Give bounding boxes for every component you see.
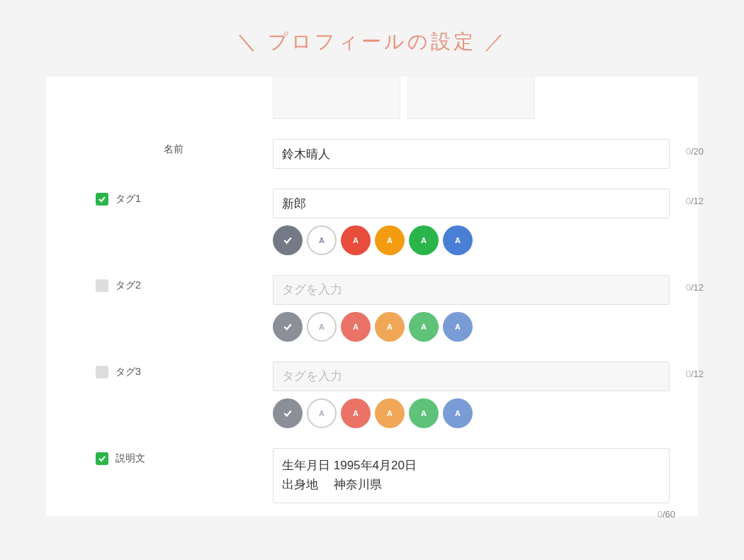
tag2-counter: 0/12	[686, 282, 704, 293]
image-upload-row	[74, 77, 670, 119]
tag1-input-col: 0/12 A A A A A	[273, 189, 670, 255]
check-icon	[98, 195, 106, 203]
tag2-checkbox[interactable]	[96, 279, 108, 292]
description-counter: 0/60	[273, 509, 675, 520]
tag3-input-col: 0/12 A A A A A	[273, 362, 670, 428]
profile-panel: 名前 0/20 タグ1 0/12 A A A A A	[46, 77, 698, 516]
check-icon	[283, 322, 293, 332]
description-checkbox[interactable]	[96, 452, 108, 465]
tag3-color-gray[interactable]	[273, 398, 303, 428]
tag3-color-green[interactable]: A	[409, 398, 439, 428]
tag2-label: タグ2	[115, 279, 141, 292]
tag1-checkbox[interactable]	[96, 193, 108, 206]
tag3-label: タグ3	[115, 366, 141, 379]
tag3-color-orange[interactable]: A	[375, 398, 405, 428]
tag1-color-red[interactable]: A	[341, 225, 371, 255]
description-label-col: 説明文	[74, 448, 273, 465]
tag2-color-orange[interactable]: A	[375, 312, 405, 342]
check-icon	[283, 408, 293, 418]
tag3-row: タグ3 0/12 A A A A A	[74, 362, 670, 428]
tag1-color-white[interactable]: A	[307, 225, 337, 255]
tag1-color-blue[interactable]: A	[443, 225, 473, 255]
name-input[interactable]	[273, 139, 670, 169]
tag3-input[interactable]	[273, 362, 670, 391]
check-icon	[283, 235, 293, 245]
tag1-label-col: タグ1	[74, 189, 273, 206]
tag3-checkbox[interactable]	[96, 366, 108, 379]
tag1-color-orange[interactable]: A	[375, 225, 405, 255]
description-row: 説明文 0/60	[74, 448, 670, 520]
tag1-color-row: A A A A A	[273, 225, 670, 255]
page-title: ＼ プロフィールの設定 ／	[0, 0, 744, 77]
description-label: 説明文	[115, 452, 145, 465]
tag3-label-col: タグ3	[74, 362, 273, 379]
tag2-color-green[interactable]: A	[409, 312, 439, 342]
tag2-color-row: A A A A A	[273, 312, 670, 342]
tag2-color-gray[interactable]	[273, 312, 303, 342]
tag2-color-blue[interactable]: A	[443, 312, 473, 342]
image-upload-2[interactable]	[407, 77, 535, 119]
tag3-color-red[interactable]: A	[341, 398, 371, 428]
check-icon	[98, 454, 106, 463]
tag2-input-col: 0/12 A A A A A	[273, 275, 670, 342]
name-label-col: 名前	[74, 139, 273, 156]
name-row: 名前 0/20	[74, 139, 670, 169]
tag1-input[interactable]	[273, 189, 670, 218]
tag1-color-gray[interactable]	[273, 225, 303, 255]
name-label: 名前	[164, 143, 184, 156]
tag2-input[interactable]	[273, 275, 670, 305]
tag1-label: タグ1	[115, 193, 141, 206]
tag3-color-row: A A A A A	[273, 398, 670, 428]
tag1-color-green[interactable]: A	[409, 225, 439, 255]
tag1-row: タグ1 0/12 A A A A A	[74, 189, 670, 255]
description-input-col: 0/60	[273, 448, 670, 520]
tag1-counter: 0/12	[686, 196, 704, 206]
name-input-col: 0/20	[273, 139, 670, 169]
description-textarea[interactable]	[273, 448, 670, 503]
tag2-color-white[interactable]: A	[307, 312, 337, 342]
tag2-row: タグ2 0/12 A A A A A	[74, 275, 670, 342]
tag3-counter: 0/12	[686, 369, 704, 379]
tag3-color-white[interactable]: A	[307, 398, 337, 428]
tag2-label-col: タグ2	[74, 275, 273, 292]
name-counter: 0/20	[686, 146, 704, 157]
image-upload-1[interactable]	[273, 77, 400, 119]
tag3-color-blue[interactable]: A	[443, 398, 473, 428]
tag2-color-red[interactable]: A	[341, 312, 371, 342]
